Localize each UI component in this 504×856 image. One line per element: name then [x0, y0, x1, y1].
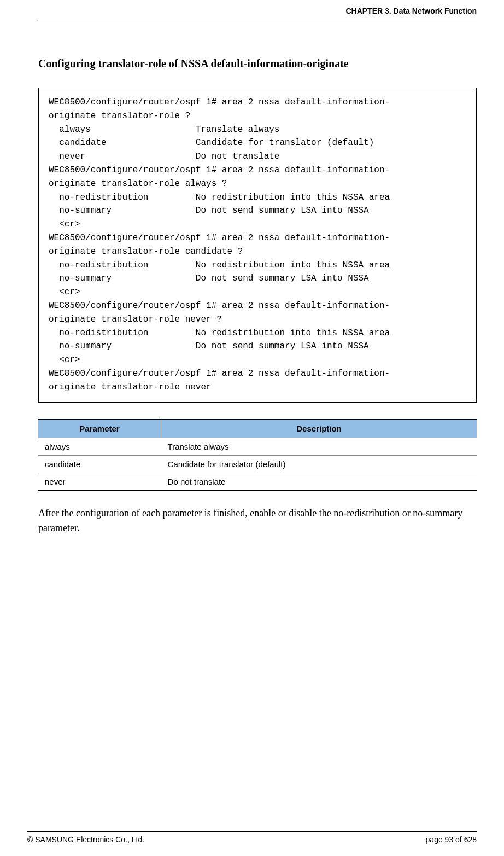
table-header-description: Description: [161, 419, 477, 438]
table-cell-description: Translate always: [161, 438, 477, 455]
table-cell-description: Candidate for translator (default): [161, 455, 477, 473]
parameter-table: Parameter Description always Translate a…: [38, 419, 477, 491]
cli-code-block: WEC8500/configure/router/ospf 1# area 2 …: [38, 88, 477, 403]
table-cell-parameter: candidate: [38, 455, 161, 473]
page-header: CHAPTER 3. Data Network Function: [38, 7, 477, 19]
page-footer: © SAMSUNG Electronics Co., Ltd. page 93 …: [27, 831, 477, 844]
body-paragraph: After the configuration of each paramete…: [38, 506, 477, 537]
section-title: Configuring translator-role of NSSA defa…: [38, 57, 477, 70]
footer-copyright: © SAMSUNG Electronics Co., Ltd.: [27, 835, 144, 844]
table-cell-description: Do not translate: [161, 473, 477, 490]
table-cell-parameter: always: [38, 438, 161, 455]
footer-page-number: page 93 of 628: [426, 835, 477, 844]
table-row: candidate Candidate for translator (defa…: [38, 455, 477, 473]
table-cell-parameter: never: [38, 473, 161, 490]
table-header-row: Parameter Description: [38, 419, 477, 438]
page-container: CHAPTER 3. Data Network Function Configu…: [0, 0, 504, 856]
table-header-parameter: Parameter: [38, 419, 161, 438]
table-row: never Do not translate: [38, 473, 477, 490]
table-row: always Translate always: [38, 438, 477, 455]
chapter-title: CHAPTER 3. Data Network Function: [345, 7, 477, 15]
